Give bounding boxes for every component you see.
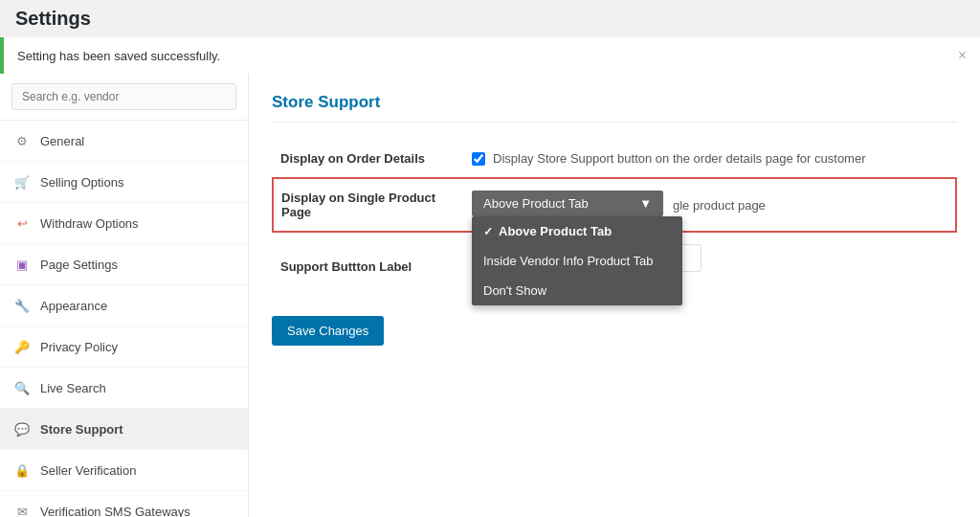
sidebar-item-privacy-policy[interactable]: 🔑 Privacy Policy — [0, 326, 248, 368]
sidebar-item-appearance[interactable]: 🔧 Appearance — [0, 285, 248, 326]
sidebar-label-selling-options: Selling Options — [40, 175, 123, 190]
sidebar-item-live-search[interactable]: 🔍 Live Search — [0, 368, 248, 409]
section-title: Store Support — [272, 93, 957, 123]
dropdown-option-dont-show[interactable]: Don't Show — [472, 276, 682, 305]
sidebar-item-seller-verification[interactable]: 🔒 Seller Verification — [0, 450, 248, 491]
privacy-icon: 🔑 — [13, 338, 31, 355]
sidebar-label-store-support: Store Support — [40, 422, 123, 437]
sidebar-label-withdraw-options: Withdraw Options — [40, 216, 139, 231]
display-order-checkbox-label: Display Store Support button on the orde… — [493, 151, 866, 166]
field-display-single: Display on Single Product Page Above Pro… — [273, 178, 956, 232]
dropdown-option-inside-vendor-info[interactable]: Inside Vendor Info Product Tab — [472, 246, 682, 276]
sidebar-item-page-settings[interactable]: ▣ Page Settings — [0, 244, 248, 285]
banner-message: Setting has been saved successfully. — [17, 49, 220, 63]
settings-form: Display on Order Details Display Store S… — [272, 140, 957, 301]
checkmark-icon: ✓ — [483, 225, 493, 238]
withdraw-icon: ↩ — [13, 214, 31, 232]
success-banner: Setting has been saved successfully. × — [0, 37, 980, 74]
display-single-dropdown-trigger[interactable]: Above Product Tab ▼ — [472, 191, 663, 216]
sidebar-label-verification-sms: Verification SMS Gateways — [40, 505, 190, 518]
cart-icon: 🛒 — [13, 173, 31, 191]
appearance-icon: 🔧 — [13, 297, 31, 314]
chevron-down-icon: ▼ — [639, 196, 652, 211]
dropdown-option-label-0: Above Product Tab — [499, 224, 612, 238]
field-label-display-single: Display on Single Product Page — [273, 178, 464, 232]
display-single-dropdown-container: Above Product Tab ▼ ✓ Above Product Tab — [472, 191, 663, 216]
sidebar-item-selling-options[interactable]: 🛒 Selling Options — [0, 162, 248, 203]
sidebar-label-page-settings: Page Settings — [40, 258, 118, 272]
sms-icon: ✉ — [13, 503, 31, 517]
gear-icon: ⚙ — [13, 132, 31, 149]
sidebar-label-appearance: Appearance — [40, 299, 107, 313]
dropdown-option-label-1: Inside Vendor Info Product Tab — [483, 254, 654, 268]
field-label-support-button: Support Buttton Label — [273, 232, 464, 301]
sidebar-item-withdraw-options[interactable]: ↩ Withdraw Options — [0, 203, 248, 244]
sidebar-search-container — [0, 74, 248, 121]
dropdown-option-label-2: Don't Show — [483, 283, 546, 298]
page-icon: ▣ — [13, 256, 31, 273]
field-display-order: Display on Order Details Display Store S… — [273, 140, 956, 178]
sidebar-item-verification-sms[interactable]: ✉ Verification SMS Gateways — [0, 491, 248, 517]
display-order-checkbox[interactable] — [472, 152, 485, 166]
search-icon: 🔍 — [13, 379, 31, 396]
sidebar-label-seller-verification: Seller Verification — [40, 463, 136, 478]
dropdown-selected-label: Above Product Tab — [483, 196, 589, 211]
display-single-trailing-text: gle product page — [673, 198, 766, 213]
main-content: Store Support Display on Order Details D… — [249, 74, 980, 517]
dropdown-option-above-product-tab[interactable]: ✓ Above Product Tab — [472, 216, 682, 246]
sidebar-label-live-search: Live Search — [40, 381, 106, 395]
banner-close-button[interactable]: × — [958, 47, 967, 64]
sidebar-search-input[interactable] — [11, 83, 236, 110]
sidebar-item-general[interactable]: ⚙ General — [0, 121, 248, 162]
seller-icon: 🔒 — [13, 461, 31, 479]
field-label-display-order: Display on Order Details — [273, 140, 464, 178]
sidebar: ⚙ General 🛒 Selling Options ↩ Withdraw O… — [0, 74, 249, 517]
display-single-dropdown-menu: ✓ Above Product Tab Inside Vendor Info P… — [472, 216, 682, 305]
save-changes-button[interactable]: Save Changes — [272, 316, 384, 346]
display-order-checkbox-row: Display Store Support button on the orde… — [472, 151, 948, 166]
sidebar-label-general: General — [40, 134, 84, 148]
sidebar-label-privacy-policy: Privacy Policy — [40, 340, 118, 354]
sidebar-item-store-support[interactable]: 💬 Store Support — [0, 409, 248, 450]
page-title: Settings — [15, 8, 91, 29]
support-icon: 💬 — [13, 420, 31, 438]
